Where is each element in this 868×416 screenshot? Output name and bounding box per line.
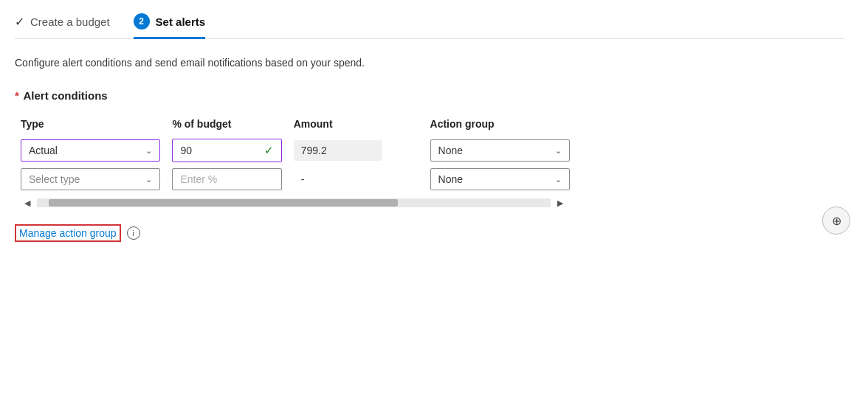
row2-action-chevron-icon: ⌄ (555, 175, 562, 184)
zoom-icon: ⊕ (832, 214, 841, 228)
row1-pct-value: 90 (180, 145, 192, 156)
wizard-steps: ✓ Create a budget 2 Set alerts (15, 13, 844, 39)
row1-pct-check-icon: ✓ (264, 144, 274, 157)
row2-action-dropdown[interactable]: None ⌄ (430, 168, 570, 190)
table-header-row: Type % of budget Amount Action group (15, 114, 576, 136)
section-title-text: Alert conditions (23, 89, 107, 102)
table-row: Actual ⌄ 90 ✓ 799.2 (15, 136, 576, 165)
table-row: Select type ⌄ Enter % - None (15, 165, 576, 193)
col-header-amount: Amount (288, 114, 424, 136)
row1-type-value: Actual (29, 145, 58, 156)
scroll-right-arrow-icon[interactable]: ▶ (554, 196, 567, 209)
row2-type-dropdown[interactable]: Select type ⌄ (21, 168, 160, 190)
step2-active[interactable]: 2 Set alerts (134, 13, 206, 39)
row1-amount-value: 799.2 (294, 140, 382, 161)
scroll-left-arrow-icon[interactable]: ◀ (21, 196, 34, 209)
row1-type-cell: Actual ⌄ (15, 136, 166, 165)
col-header-pct: % of budget (166, 114, 287, 136)
manage-row: Manage action group i (15, 224, 844, 242)
description-text: Configure alert conditions and send emai… (15, 57, 844, 69)
info-icon[interactable]: i (127, 226, 140, 240)
row2-action-value: None (438, 173, 463, 185)
row1-pct-cell: 90 ✓ (166, 136, 287, 165)
step1-check-icon: ✓ (15, 15, 24, 29)
alert-table-wrapper: Type % of budget Amount Action group Act… (15, 114, 576, 212)
row2-amount-cell: - (288, 165, 424, 193)
zoom-button[interactable]: ⊕ (822, 207, 850, 235)
manage-action-group-link[interactable]: Manage action group (15, 224, 121, 242)
col-header-action: Action group (424, 114, 576, 136)
section-title: * Alert conditions (15, 89, 844, 102)
alert-conditions-table: Type % of budget Amount Action group Act… (15, 114, 576, 212)
row1-pct-input[interactable]: 90 ✓ (172, 139, 281, 162)
scrollbar-thumb[interactable] (49, 199, 398, 207)
page-container: ✓ Create a budget 2 Set alerts Configure… (0, 0, 868, 257)
col-header-type: Type (15, 114, 166, 136)
row1-amount-cell: 799.2 (288, 136, 424, 165)
row2-pct-cell: Enter % (166, 165, 287, 193)
step2-label: Set alerts (156, 15, 206, 28)
step1-completed: ✓ Create a budget (15, 15, 110, 29)
row2-pct-input[interactable]: Enter % (172, 168, 281, 190)
row1-type-dropdown[interactable]: Actual ⌄ (21, 139, 160, 162)
row1-action-value: None (438, 145, 463, 156)
scrollbar-track[interactable] (37, 198, 551, 207)
row2-pct-placeholder: Enter % (180, 173, 217, 185)
scrollbar-row: ◀ ▶ (15, 193, 576, 212)
step2-badge: 2 (134, 13, 150, 30)
row1-type-chevron-icon: ⌄ (145, 146, 152, 156)
row1-action-cell: None ⌄ (424, 136, 576, 165)
row1-action-dropdown[interactable]: None ⌄ (430, 139, 570, 162)
required-star: * (15, 89, 19, 102)
row2-type-placeholder: Select type (29, 173, 80, 185)
row2-type-chevron-icon: ⌄ (145, 175, 152, 184)
row2-type-cell: Select type ⌄ (15, 165, 166, 193)
row2-action-cell: None ⌄ (424, 165, 576, 193)
scrollbar-container: ◀ ▶ (21, 196, 567, 209)
row1-action-chevron-icon: ⌄ (555, 146, 562, 156)
row2-amount-dash: - (294, 169, 312, 190)
scrollbar-cell: ◀ ▶ (15, 193, 576, 212)
step1-label: Create a budget (30, 15, 110, 28)
